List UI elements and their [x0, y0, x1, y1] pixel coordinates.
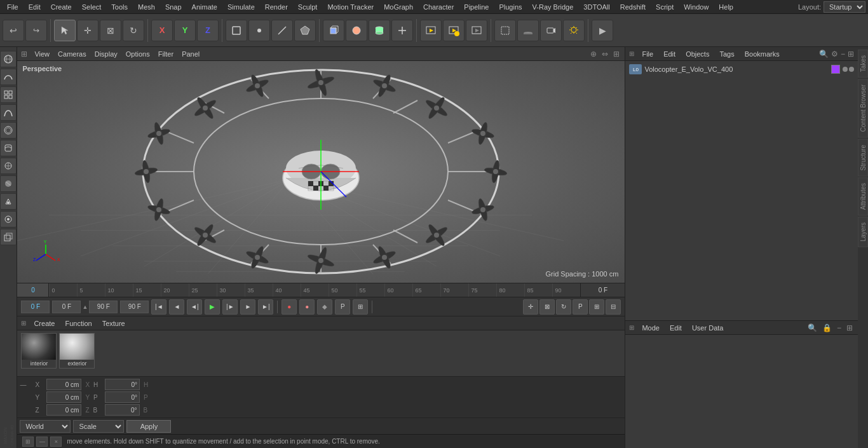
- menu-motion-tracker[interactable]: Motion Tracker: [323, 2, 378, 12]
- options-menu[interactable]: Options: [122, 49, 154, 59]
- sphere-primitive-button[interactable]: [346, 20, 367, 41]
- obj-minus-icon[interactable]: −: [841, 50, 845, 58]
- step-forward-button[interactable]: ►: [240, 299, 255, 315]
- active-object-button[interactable]: [494, 20, 516, 41]
- motion-record-button[interactable]: P: [335, 299, 350, 315]
- sidebar-smooth-btn[interactable]: [0, 69, 17, 85]
- menu-tools[interactable]: Tools: [107, 2, 132, 12]
- attr-search-icon[interactable]: 🔍: [806, 323, 818, 332]
- sidebar-deform-btn[interactable]: [0, 140, 17, 156]
- playback-button[interactable]: ▶: [592, 20, 613, 41]
- obj-settings-icon[interactable]: ⚙: [831, 50, 838, 58]
- play-forward-button[interactable]: |►: [222, 299, 238, 315]
- edge-mode-button[interactable]: [271, 20, 293, 41]
- rot-h-field[interactable]: [105, 379, 140, 390]
- status-icon-close[interactable]: ×: [50, 437, 62, 447]
- sidebar-sculpt-btn[interactable]: [0, 211, 17, 227]
- material-exterior[interactable]: exterior: [59, 333, 95, 369]
- menu-pipeline[interactable]: Pipeline: [459, 2, 493, 12]
- attr-mode-btn[interactable]: Mode: [639, 323, 662, 332]
- status-icon-view[interactable]: ⊞: [22, 437, 34, 447]
- preview-button[interactable]: ⊞: [353, 299, 368, 315]
- menu-render[interactable]: Render: [261, 2, 292, 12]
- key-button[interactable]: ◆: [317, 299, 332, 315]
- play-button[interactable]: ▶: [205, 299, 220, 315]
- status-icon-minimize[interactable]: —: [36, 437, 48, 447]
- menu-file[interactable]: File: [3, 2, 23, 12]
- goto-end-button[interactable]: ►|: [258, 299, 273, 315]
- light-button[interactable]: [563, 20, 585, 41]
- object-mode-button[interactable]: [226, 20, 247, 41]
- menu-sculpt[interactable]: Sculpt: [294, 2, 322, 12]
- pos-z-field[interactable]: [46, 404, 81, 416]
- menu-select[interactable]: Select: [78, 2, 106, 12]
- null-object-button[interactable]: [391, 20, 413, 41]
- tab-attributes[interactable]: Attributes: [858, 177, 868, 215]
- tab-takes[interactable]: Takes: [858, 50, 868, 78]
- obj-objects-btn[interactable]: Objects: [683, 50, 712, 58]
- timeline-ruler[interactable]: 0 5 10 15 20 25 30 35 40 45 50 55 60 65: [49, 283, 580, 297]
- rot-b-field[interactable]: [105, 404, 140, 416]
- attr-lock-icon[interactable]: 🔒: [821, 323, 833, 332]
- camera-button[interactable]: [540, 20, 562, 41]
- menu-redshift[interactable]: Redshift: [616, 2, 650, 12]
- menu-mograph[interactable]: MoGraph: [379, 2, 417, 12]
- viewport-icon-arrows[interactable]: ⇔: [600, 50, 609, 58]
- scale-tool-button[interactable]: ⊠: [100, 20, 121, 41]
- tab-layers[interactable]: Layers: [858, 217, 868, 247]
- attr-expand-icon[interactable]: ⊞: [845, 323, 854, 332]
- tab-structure[interactable]: Structure: [858, 139, 868, 177]
- transport-fps-btn[interactable]: ⊟: [606, 299, 621, 315]
- apply-button[interactable]: Apply: [126, 420, 171, 433]
- cube-primitive-button[interactable]: [323, 20, 344, 41]
- view-menu[interactable]: View: [31, 49, 53, 59]
- timeline-start[interactable]: 0: [17, 283, 49, 297]
- sidebar-boole-btn[interactable]: [0, 229, 17, 245]
- transport-p-btn[interactable]: P: [573, 299, 588, 315]
- texture-material-btn[interactable]: Texture: [100, 319, 128, 328]
- axis-y-button[interactable]: Y: [174, 20, 196, 41]
- goto-start-button[interactable]: |◄: [151, 299, 166, 315]
- step-back-button[interactable]: ◄: [169, 299, 184, 315]
- sidebar-shader-btn[interactable]: [0, 193, 17, 210]
- display-menu[interactable]: Display: [91, 49, 121, 59]
- viewport-icon-expand[interactable]: ⊞: [612, 50, 621, 58]
- cameras-menu[interactable]: Cameras: [54, 49, 90, 59]
- obj-file-btn[interactable]: File: [639, 50, 656, 58]
- menu-character[interactable]: Character: [419, 2, 458, 12]
- menu-plugins[interactable]: Plugins: [494, 2, 526, 12]
- render-settings-button[interactable]: [466, 20, 487, 41]
- frame-end1-field[interactable]: [89, 301, 118, 313]
- axis-x-button[interactable]: X: [151, 20, 173, 41]
- function-material-btn[interactable]: Function: [62, 319, 94, 328]
- select-tool-button[interactable]: [54, 20, 76, 41]
- sidebar-material-btn[interactable]: [0, 175, 17, 192]
- transport-rotate-btn[interactable]: ↻: [556, 299, 571, 315]
- sidebar-spline-btn[interactable]: [0, 104, 17, 121]
- obj-expand-icon[interactable]: ⊞: [848, 50, 854, 58]
- pos-x-field[interactable]: [46, 379, 81, 390]
- sidebar-grid-btn[interactable]: [0, 86, 17, 103]
- obj-search-icon[interactable]: 🔍: [819, 50, 829, 58]
- sidebar-model-btn[interactable]: [0, 51, 17, 67]
- redo-button[interactable]: ↪: [25, 20, 47, 41]
- rotate-tool-button[interactable]: ↻: [123, 20, 144, 41]
- render-button[interactable]: [443, 20, 465, 41]
- material-interior[interactable]: interior: [21, 333, 57, 369]
- obj-bookmarks-btn[interactable]: Bookmarks: [742, 50, 782, 58]
- attr-user-data-btn[interactable]: User Data: [689, 323, 726, 332]
- cylinder-primitive-button[interactable]: [369, 20, 390, 41]
- play-back-button[interactable]: ◄|: [187, 299, 202, 315]
- frame-start-field[interactable]: [21, 301, 50, 313]
- menu-script[interactable]: Script: [651, 2, 678, 12]
- menu-mesh[interactable]: Mesh: [133, 2, 159, 12]
- create-material-btn[interactable]: Create: [31, 319, 57, 328]
- panel-menu[interactable]: Panel: [178, 49, 203, 59]
- obj-edit-btn[interactable]: Edit: [661, 50, 678, 58]
- scale-dropdown[interactable]: Scale: [73, 420, 124, 433]
- filter-menu[interactable]: Filter: [154, 49, 177, 59]
- axis-z-button[interactable]: Z: [197, 20, 219, 41]
- attr-edit-btn[interactable]: Edit: [667, 323, 684, 332]
- floor-button[interactable]: [517, 20, 539, 41]
- tab-content-browser[interactable]: Content Browser: [858, 79, 868, 137]
